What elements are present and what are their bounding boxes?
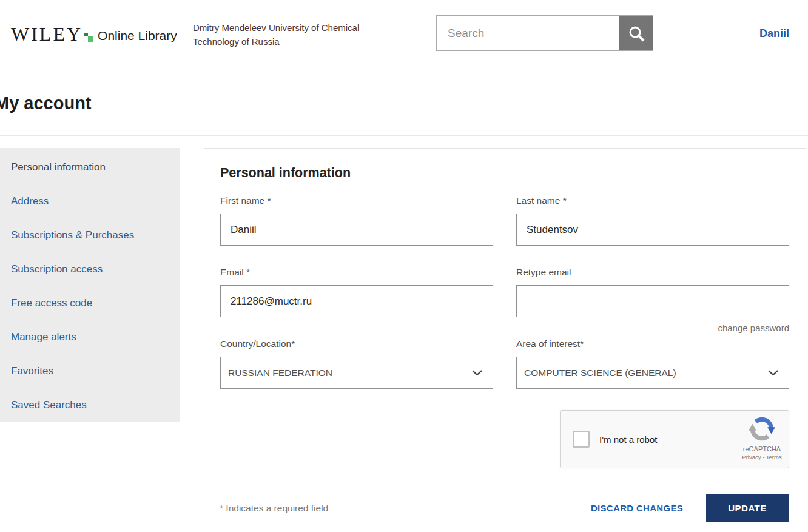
country-select-value: RUSSIAN FEDERATION [228, 368, 332, 379]
discard-changes-button[interactable]: DISCARD CHANGES [591, 503, 683, 513]
wiley-logo[interactable]: WILEY Online Library [11, 24, 177, 44]
country-select[interactable]: RUSSIAN FEDERATION [220, 357, 493, 389]
email-input[interactable] [220, 285, 493, 317]
interest-field-group: Area of interest* COMPUTER SCIENCE (GENE… [516, 338, 789, 389]
sidebar-item-saved-searches[interactable]: Saved Searches [0, 388, 180, 422]
form-grid: First name * Last name * Email * Retype … [220, 195, 788, 468]
search-bar [436, 15, 653, 51]
sidebar-item-manage-alerts[interactable]: Manage alerts [0, 320, 180, 354]
chevron-down-icon [472, 370, 482, 376]
recaptcha-privacy-link[interactable]: Privacy [742, 454, 761, 460]
change-password-link[interactable]: change password [718, 323, 789, 333]
retype-email-label: Retype email [516, 267, 789, 278]
sidebar-item-free-access-code[interactable]: Free access code [0, 286, 180, 320]
sidebar-item-favorites[interactable]: Favorites [0, 354, 180, 388]
recaptcha-terms-link[interactable]: Terms [766, 454, 782, 460]
recaptcha-label: I'm not a robot [599, 434, 657, 445]
header-divider [180, 17, 180, 52]
recaptcha-brand: reCAPTCHA Privacy - Terms [739, 416, 785, 460]
page-title: My account [0, 93, 92, 113]
required-field-note: * Indicates a required field [220, 503, 591, 514]
email-field-group: Email * [220, 267, 493, 317]
wiley-logo-mark-icon [84, 33, 93, 42]
last-name-input[interactable] [516, 214, 789, 246]
first-name-input[interactable] [220, 214, 493, 246]
header: WILEY Online Library Dmitry Mendeleev Un… [0, 0, 808, 69]
interest-label: Area of interest* [516, 338, 789, 349]
sidebar-item-subscription-access[interactable]: Subscription access [0, 252, 180, 286]
recaptcha-links-separator: - [763, 454, 764, 460]
interest-select-value: COMPUTER SCIENCE (GENERAL) [524, 368, 676, 379]
card-heading: Personal information [220, 166, 788, 181]
update-button[interactable]: UPDATE [706, 494, 789, 522]
country-field-group: Country/Location* RUSSIAN FEDERATION [220, 338, 493, 389]
title-section: My account [0, 69, 808, 136]
content: Personal information Address Subscriptio… [0, 136, 808, 531]
retype-email-field-group: Retype email change password [516, 267, 789, 317]
chevron-down-icon [768, 370, 778, 376]
area-of-interest-select[interactable]: COMPUTER SCIENCE (GENERAL) [516, 357, 789, 389]
recaptcha-checkbox[interactable] [573, 431, 590, 448]
recaptcha-brand-name: reCAPTCHA [739, 445, 785, 453]
institution-name: Dmitry Mendeleev University of Chemical … [193, 21, 384, 49]
retype-email-input[interactable] [516, 285, 789, 317]
recaptcha-links: Privacy - Terms [739, 454, 785, 460]
wiley-wordmark: WILEY [11, 24, 82, 44]
first-name-label: First name * [220, 195, 493, 206]
account-sidebar: Personal information Address Subscriptio… [0, 148, 180, 422]
recaptcha-logo-icon [749, 416, 775, 442]
recaptcha-widget: I'm not a robot reCAPTCHA Privacy - Term… [560, 410, 789, 468]
last-name-label: Last name * [516, 195, 789, 206]
search-button[interactable] [619, 16, 653, 50]
last-name-field-group: Last name * [516, 195, 789, 246]
email-label: Email * [220, 267, 493, 278]
online-library-label: Online Library [98, 28, 177, 43]
search-icon [627, 24, 645, 42]
sidebar-item-subscriptions-purchases[interactable]: Subscriptions & Purchases [0, 218, 180, 252]
form-actions: * Indicates a required field DISCARD CHA… [220, 494, 789, 522]
user-account-link[interactable]: Daniil [759, 27, 789, 40]
sidebar-item-personal-information[interactable]: Personal information [0, 150, 180, 184]
personal-information-card: Personal information First name * Last n… [204, 148, 806, 479]
first-name-field-group: First name * [220, 195, 493, 246]
sidebar-item-address[interactable]: Address [0, 184, 180, 218]
country-label: Country/Location* [220, 338, 493, 349]
